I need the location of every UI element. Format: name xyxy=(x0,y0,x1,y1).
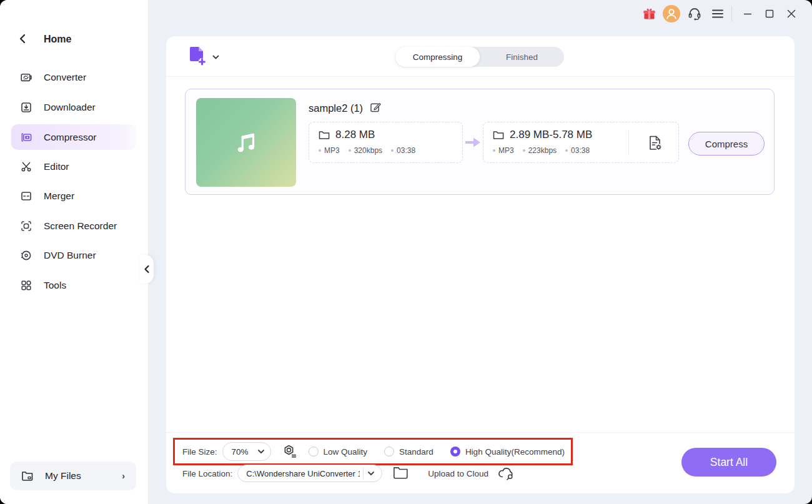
disc-icon xyxy=(20,249,32,262)
radio-unchecked-icon xyxy=(309,447,319,457)
avatar[interactable] xyxy=(663,5,680,22)
arrow-right-icon xyxy=(464,136,482,151)
sidebar-item-compressor[interactable]: Compressor xyxy=(11,124,136,150)
chevron-down-icon xyxy=(368,472,374,476)
headset-icon[interactable] xyxy=(686,5,703,22)
scissors-icon xyxy=(20,161,32,173)
my-files-label: My Files xyxy=(45,470,81,482)
quality-option-low[interactable]: Low Quality xyxy=(309,447,368,457)
file-name: sample2 (1) xyxy=(309,102,363,114)
output-size-row: 2.89 MB-5.78 MB xyxy=(493,129,592,141)
app-window: Home Converter Downloader Compressor Edi xyxy=(0,0,812,504)
converter-icon xyxy=(20,71,32,84)
source-format: MP3 xyxy=(324,146,340,155)
source-duration: 03:38 xyxy=(397,146,415,155)
compress-button[interactable]: Compress xyxy=(688,132,765,156)
file-location-row: File Location: C:\Wondershare UniConvert… xyxy=(182,464,516,483)
sidebar-item-merger[interactable]: Merger xyxy=(11,183,136,209)
file-size-label: File Size: xyxy=(182,447,217,457)
sidebar-item-editor[interactable]: Editor xyxy=(11,154,136,179)
radio-unchecked-icon xyxy=(384,447,394,457)
sidebar-collapse-button[interactable] xyxy=(140,255,154,284)
sidebar: Home Converter Downloader Compressor Edi xyxy=(0,0,148,504)
sidebar-item-downloader[interactable]: Downloader xyxy=(11,94,136,120)
sidebar-item-label: DVD Burner xyxy=(44,250,96,261)
file-location-label: File Location: xyxy=(182,469,232,478)
audio-thumbnail xyxy=(196,98,296,187)
merger-icon xyxy=(20,190,32,202)
my-files-button[interactable]: My Files › xyxy=(10,462,136,490)
source-size: 8.28 MB xyxy=(335,129,375,141)
tab-finished[interactable]: Finished xyxy=(480,47,564,67)
file-card: sample2 (1) 8.28 MB MP3 320kbps 03:38 xyxy=(185,89,775,195)
sidebar-item-label: Converter xyxy=(44,72,86,83)
compressor-icon xyxy=(20,131,32,144)
output-bitrate: 223kbps xyxy=(528,146,557,155)
back-icon[interactable] xyxy=(17,31,27,46)
quality-option-high[interactable]: High Quality(Recommend) xyxy=(450,447,565,457)
gift-icon[interactable] xyxy=(640,5,658,22)
status-tabs: Compressing Finished xyxy=(395,47,564,67)
folder-icon xyxy=(493,131,504,140)
bottom-divider xyxy=(166,432,795,433)
sidebar-item-label: Screen Recorder xyxy=(44,220,117,232)
file-location-value: C:\Wondershare UniConverter 1 xyxy=(246,469,360,478)
music-note-icon xyxy=(232,128,260,157)
sidebar-item-converter[interactable]: Converter xyxy=(11,64,136,90)
source-info-box: 8.28 MB MP3 320kbps 03:38 xyxy=(309,122,463,163)
file-size-select[interactable]: 70% xyxy=(222,442,271,461)
toolbar-divider xyxy=(166,76,795,77)
file-size-value: 70% xyxy=(232,447,249,457)
sidebar-item-label: Compressor xyxy=(44,132,96,143)
grid-icon xyxy=(20,279,32,292)
output-info-box: 2.89 MB-5.78 MB MP3 223kbps 03:38 xyxy=(483,122,679,163)
quality-option-standard[interactable]: Standard xyxy=(384,447,433,457)
home-title[interactable]: Home xyxy=(44,34,71,45)
sidebar-header: Home xyxy=(0,29,148,50)
minimize-button[interactable] xyxy=(739,5,756,22)
output-meta-row: MP3 223kbps 03:38 xyxy=(493,146,590,155)
sidebar-item-label: Downloader xyxy=(44,102,96,113)
file-settings-icon[interactable] xyxy=(645,132,666,154)
add-file-button[interactable] xyxy=(186,46,224,68)
sidebar-item-tools[interactable]: Tools xyxy=(11,272,136,298)
screen-recorder-icon xyxy=(20,220,32,232)
maximize-button[interactable] xyxy=(761,5,778,22)
output-duration: 03:38 xyxy=(571,146,590,155)
main-panel: Compressing Finished sample2 (1) xyxy=(166,36,795,493)
upload-to-cloud-label[interactable]: Upload to Cloud xyxy=(428,469,488,478)
open-folder-icon[interactable] xyxy=(393,466,409,481)
output-box-divider xyxy=(628,131,629,156)
rename-icon[interactable] xyxy=(369,101,382,116)
folder-icon xyxy=(319,131,330,140)
compression-settings-icon[interactable] xyxy=(281,442,300,461)
tab-compressing[interactable]: Compressing xyxy=(395,47,480,67)
file-size-row: File Size: 70% Low Quality Standard High… xyxy=(182,441,565,462)
close-button[interactable] xyxy=(783,5,800,22)
file-location-select[interactable]: C:\Wondershare UniConverter 1 xyxy=(237,465,382,482)
source-size-row: 8.28 MB xyxy=(319,129,375,141)
sidebar-item-screen-recorder[interactable]: Screen Recorder xyxy=(11,213,136,239)
source-meta-row: MP3 320kbps 03:38 xyxy=(319,146,415,155)
chevron-down-icon xyxy=(258,450,264,454)
downloader-icon xyxy=(20,101,32,114)
folder-icon xyxy=(21,470,34,482)
output-size: 2.89 MB-5.78 MB xyxy=(510,129,592,141)
radio-checked-icon xyxy=(450,447,460,457)
add-file-icon xyxy=(186,45,207,69)
source-bitrate: 320kbps xyxy=(354,146,382,155)
menu-icon[interactable] xyxy=(709,5,726,22)
chevron-right-icon: › xyxy=(122,471,125,481)
file-title-row: sample2 (1) xyxy=(309,101,382,116)
start-all-button[interactable]: Start All xyxy=(681,448,776,477)
sidebar-item-dvd-burner[interactable]: DVD Burner xyxy=(11,242,136,268)
sidebar-item-label: Merger xyxy=(44,190,74,202)
output-format: MP3 xyxy=(498,146,514,155)
titlebar-divider xyxy=(731,6,732,21)
select-divider xyxy=(363,468,364,479)
chevron-down-icon xyxy=(212,51,219,62)
sidebar-item-label: Tools xyxy=(44,280,66,291)
sidebar-item-label: Editor xyxy=(44,161,69,172)
cloud-upload-icon[interactable] xyxy=(497,466,516,481)
